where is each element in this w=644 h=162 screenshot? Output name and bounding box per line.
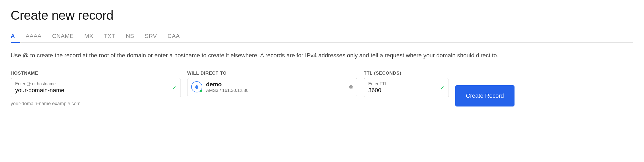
hostname-check-icon: ✓ bbox=[172, 84, 177, 91]
will-direct-clear-icon[interactable]: ⊗ bbox=[349, 84, 353, 91]
status-dot bbox=[199, 89, 203, 93]
droplet-name: demo bbox=[206, 81, 249, 88]
droplet-sub: AMS3 / 161.30.12.80 bbox=[206, 88, 249, 93]
hostname-label: HOSTNAME bbox=[11, 71, 181, 76]
tab-ns[interactable]: NS bbox=[120, 30, 139, 42]
hostname-field-group: HOSTNAME Enter @ or hostname your-domain… bbox=[11, 71, 181, 106]
ttl-inner-label: Enter TTL bbox=[368, 82, 444, 86]
tab-mx[interactable]: MX bbox=[79, 30, 99, 42]
ttl-field-group: TTL (SECONDS) Enter TTL 3600 ✓ bbox=[364, 71, 449, 97]
hostname-value: your-domain-name bbox=[15, 87, 176, 94]
droplet-info: demo AMS3 / 161.30.12.80 bbox=[206, 81, 249, 93]
will-direct-field-group: WILL DIRECT TO demo AMS3 / 161.30.12.80 … bbox=[187, 71, 357, 96]
tab-txt[interactable]: TXT bbox=[99, 30, 120, 42]
record-form: HOSTNAME Enter @ or hostname your-domain… bbox=[11, 71, 633, 106]
hostname-inner-label: Enter @ or hostname bbox=[15, 82, 176, 86]
tab-aaaa[interactable]: AAAA bbox=[20, 30, 47, 42]
will-direct-label: WILL DIRECT TO bbox=[187, 71, 357, 76]
tabs-bar: A AAAA CNAME MX TXT NS SRV CAA bbox=[11, 30, 633, 43]
create-record-button[interactable]: Create Record bbox=[455, 85, 515, 106]
record-description: Use @ to create the record at the root o… bbox=[11, 51, 542, 60]
hostname-hint: your-domain-name.example.com bbox=[11, 101, 181, 106]
droplet-icon-wrapper bbox=[191, 81, 203, 93]
droplet-icon bbox=[194, 84, 199, 89]
page-title: Create new record bbox=[11, 8, 633, 23]
tab-srv[interactable]: SRV bbox=[139, 30, 162, 42]
tab-a[interactable]: A bbox=[11, 30, 20, 42]
ttl-value: 3600 bbox=[368, 87, 444, 94]
tab-caa[interactable]: CAA bbox=[162, 30, 185, 42]
tab-cname[interactable]: CNAME bbox=[47, 30, 79, 42]
hostname-input-wrapper[interactable]: Enter @ or hostname your-domain-name ✓ bbox=[11, 78, 181, 97]
ttl-label: TTL (SECONDS) bbox=[364, 71, 449, 76]
ttl-input-wrapper[interactable]: Enter TTL 3600 ✓ bbox=[364, 78, 449, 97]
will-direct-input-wrapper[interactable]: demo AMS3 / 161.30.12.80 ⊗ bbox=[187, 78, 357, 96]
ttl-check-icon: ✓ bbox=[440, 84, 445, 91]
